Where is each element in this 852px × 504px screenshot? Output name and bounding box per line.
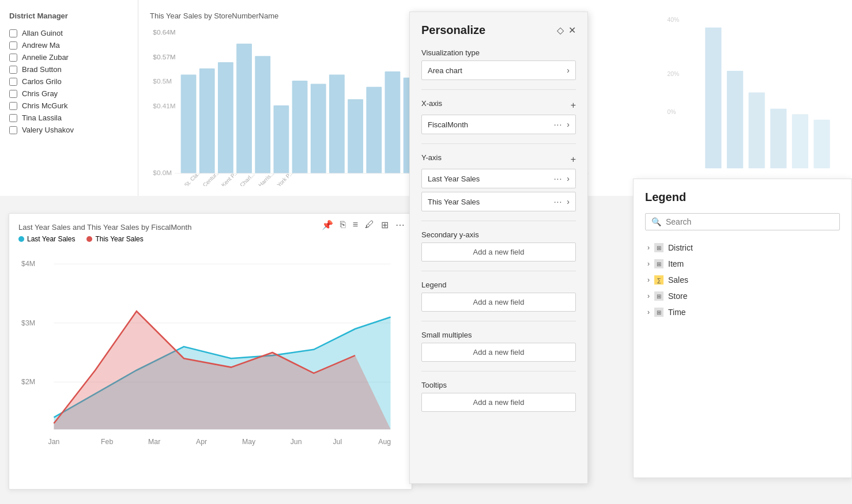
district-checkbox[interactable] [9, 90, 17, 98]
svg-text:Aug: Aug [378, 438, 391, 446]
yaxis-lastyear[interactable]: Last Year Sales ··· › [421, 169, 576, 188]
table-icon: ⊞ [654, 308, 663, 317]
xaxis-fiscalmonth[interactable]: FiscalMonth ··· › [421, 115, 576, 134]
search-icon: 🔍 [651, 217, 661, 226]
xaxis-add-button[interactable]: + [571, 100, 576, 111]
yaxis-add-button[interactable]: + [571, 154, 576, 165]
district-checkbox[interactable] [9, 78, 17, 86]
district-name: Annelie Zubar [22, 53, 69, 62]
area-chart-svg: $4M $3M $2M Jan Feb Mar Apr May Jun Jul … [18, 249, 402, 456]
svg-rect-39 [749, 93, 765, 169]
reset-icon[interactable]: ◇ [557, 25, 564, 36]
yaxis-label: Y-axis [421, 153, 442, 162]
viz-type-value: Area chart [428, 66, 462, 75]
district-name: Allan Guinot [22, 29, 63, 37]
district-item[interactable]: Tina Lassila [9, 112, 129, 124]
svg-text:Jul: Jul [333, 438, 342, 446]
yaxis-section: Y-axis + Last Year Sales ··· › This Year… [421, 153, 576, 211]
secondary-yaxis-add[interactable]: Add a new field [421, 242, 576, 262]
small-multiples-add[interactable]: Add a new field [421, 343, 576, 362]
personalize-panel: Personalize ◇ ✕ Visualization type Area … [409, 12, 588, 484]
legend-tree-item[interactable]: ›⊞Item [645, 256, 840, 272]
pin-icon[interactable]: 📌 [322, 219, 333, 230]
district-checkbox[interactable] [9, 66, 17, 74]
legend-tree-chevron: › [647, 308, 650, 316]
small-multiples-section: Small multiples Add a new field [421, 331, 576, 362]
svg-rect-37 [705, 28, 721, 169]
legend-search-input[interactable] [666, 217, 834, 226]
legend-tree-item[interactable]: ›⊞Store [645, 288, 840, 304]
district-checkbox[interactable] [9, 114, 17, 122]
legend-panel-title: Legend [645, 191, 840, 204]
copy-icon[interactable]: ⎘ [340, 219, 346, 230]
legend-section-label: Legend [421, 281, 576, 289]
viz-type-section: Visualization type Area chart › [421, 48, 576, 80]
svg-text:$0.64M: $0.64M [153, 28, 175, 36]
yaxis-lastyear-chevron: › [567, 174, 570, 183]
district-manager-panel: District Manager Allan GuinotAndrew MaAn… [0, 0, 138, 196]
district-item[interactable]: Chris McGurk [9, 100, 129, 112]
district-item[interactable]: Annelie Zubar [9, 51, 129, 63]
secondary-yaxis-label: Secondary y-axis [421, 230, 576, 239]
yaxis-thisyear[interactable]: This Year Sales ··· › [421, 192, 576, 211]
district-checkbox[interactable] [9, 29, 17, 37]
svg-rect-9 [274, 105, 289, 173]
right-chart-area: 40% 20% 0% [656, 0, 852, 196]
table-icon: ⊞ [654, 243, 663, 252]
edit-icon[interactable]: 🖊 [365, 219, 374, 230]
district-name: Andrew Ma [22, 41, 60, 50]
district-item[interactable]: Allan Guinot [9, 27, 129, 39]
xaxis-fiscalmonth-value: FiscalMonth [428, 120, 468, 129]
filter-icon[interactable]: ≡ [353, 219, 358, 230]
legend-search-container[interactable]: 🔍 [645, 213, 840, 230]
svg-rect-15 [385, 71, 401, 173]
district-checkbox[interactable] [9, 41, 17, 50]
tooltips-add[interactable]: Add a new field [421, 393, 576, 412]
svg-rect-42 [814, 120, 830, 169]
personalize-title: Personalize [421, 24, 485, 37]
svg-text:Jan: Jan [48, 438, 60, 446]
district-name: Tina Lassila [22, 113, 62, 122]
svg-text:Feb: Feb [101, 438, 113, 446]
area-chart-toolbar[interactable]: 📌 ⎘ ≡ 🖊 ⊞ ⋯ [322, 219, 405, 230]
close-icon[interactable]: ✕ [568, 25, 576, 36]
legend-item-name: Sales [668, 275, 688, 285]
district-checkbox[interactable] [9, 126, 17, 134]
legend-tree-item[interactable]: ›⊞Time [645, 304, 840, 320]
svg-text:$0.5M: $0.5M [153, 77, 172, 85]
district-checkbox[interactable] [9, 102, 17, 110]
district-item[interactable]: Valery Ushakov [9, 124, 129, 136]
this-year-dot [86, 236, 92, 242]
svg-text:$2M: $2M [21, 378, 35, 386]
legend-item-name: Store [668, 291, 687, 301]
area-chart-legend: Last Year Sales This Year Sales [18, 235, 402, 243]
last-year-dot [18, 236, 24, 242]
district-checkbox[interactable] [9, 54, 17, 62]
svg-text:$0.0M: $0.0M [153, 169, 172, 176]
legend-tree-item[interactable]: ›∑Sales [645, 272, 840, 288]
district-item[interactable]: Carlos Grilo [9, 75, 129, 88]
xaxis-chevron: › [567, 120, 570, 129]
legend-tree-chevron: › [647, 292, 650, 300]
svg-rect-4 [181, 74, 197, 173]
district-item[interactable]: Chris Gray [9, 88, 129, 100]
personalize-header-actions: ◇ ✕ [557, 25, 576, 36]
district-item[interactable]: Andrew Ma [9, 39, 129, 51]
expand-icon[interactable]: ⊞ [381, 219, 389, 230]
legend-tree-item[interactable]: ›⊞District [645, 240, 840, 256]
legend-item-name: Item [668, 259, 684, 268]
yaxis-lastyear-more[interactable]: ··· [554, 174, 563, 183]
yaxis-thisyear-more[interactable]: ··· [554, 197, 563, 206]
svg-marker-51 [54, 311, 390, 429]
district-item[interactable]: Brad Sutton [9, 63, 129, 75]
legend-last-year: Last Year Sales [18, 235, 75, 243]
xaxis-more-button[interactable]: ··· [554, 120, 563, 129]
legend-this-year: This Year Sales [86, 235, 143, 243]
svg-text:Apr: Apr [196, 438, 207, 446]
small-multiples-label: Small multiples [421, 331, 576, 339]
district-name: Chris McGurk [22, 101, 67, 110]
legend-add[interactable]: Add a new field [421, 293, 576, 312]
viz-type-selector[interactable]: Area chart › [421, 60, 576, 80]
svg-rect-12 [329, 74, 345, 173]
more-icon[interactable]: ⋯ [395, 219, 405, 230]
